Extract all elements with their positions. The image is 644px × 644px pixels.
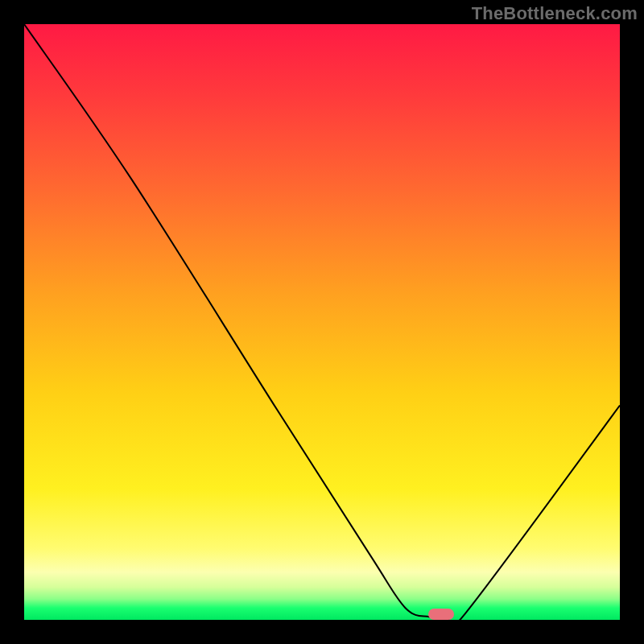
- plot-area: [24, 24, 620, 620]
- watermark-text: TheBottleneck.com: [472, 3, 638, 24]
- optimal-marker: [428, 609, 454, 620]
- bottleneck-curve: [24, 24, 620, 620]
- chart-frame: TheBottleneck.com: [0, 0, 644, 644]
- curve-path: [24, 24, 620, 620]
